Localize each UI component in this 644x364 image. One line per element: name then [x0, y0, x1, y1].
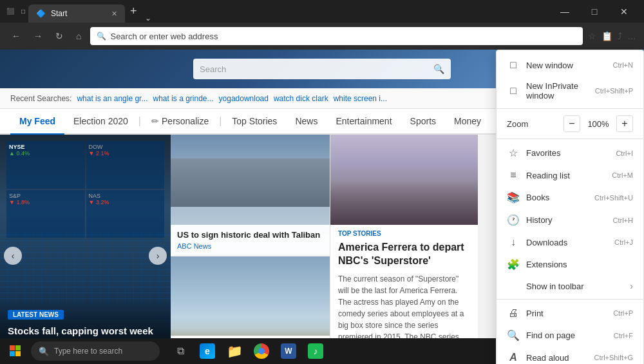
new-inprivate-item[interactable]: □ New InPrivate window Ctrl+Shift+P	[497, 76, 643, 106]
recent-search-4[interactable]: watch dick clark	[274, 94, 328, 103]
ticker-item-3: S&P ▼ 1.8%	[6, 190, 85, 238]
carousel-next-button[interactable]: ›	[149, 247, 167, 265]
downloads-item[interactable]: ↓ Downloads Ctrl+J	[497, 231, 643, 253]
nav-sports[interactable]: Sports	[401, 109, 445, 135]
new-tab-button[interactable]: +	[125, 0, 142, 23]
menu-divider-1	[497, 108, 643, 109]
latest-news-badge: LATEST NEWS	[8, 310, 64, 320]
taskbar-task-view[interactable]: ⧉	[167, 338, 193, 364]
books-icon: 📚	[507, 191, 520, 204]
nav-entertainment[interactable]: Entertainment	[327, 109, 401, 135]
taskbar-spotify[interactable]: ♪	[303, 338, 328, 364]
svg-rect-2	[10, 351, 15, 356]
right-article-title[interactable]: America Ferrera to depart NBC's 'Superst…	[330, 238, 478, 273]
home-button[interactable]: ⌂	[72, 28, 85, 44]
find-on-page-item[interactable]: 🔍 Find on page Ctrl+F	[497, 324, 643, 347]
carousel-title: Stocks fall, capping worst week since fi…	[8, 325, 163, 338]
browser-menu: □ New window Ctrl+N □ New InPrivate wind…	[496, 50, 644, 364]
personalize-icon: ✏	[151, 116, 159, 126]
extensions-item[interactable]: 🧩 Extensions	[497, 253, 643, 276]
nav-divider-1: |	[138, 115, 141, 127]
address-bar: ← → ↻ ⌂ 🔍 Search or enter web address ☆ …	[0, 23, 644, 50]
tab-dropdown-button[interactable]: ⌄	[142, 14, 154, 23]
tab-close-button[interactable]: ✕	[111, 10, 117, 18]
nav-election-2020[interactable]: Election 2020	[64, 109, 137, 135]
middle-top-source-name: ABC News	[177, 242, 211, 250]
back-button[interactable]: ←	[8, 28, 24, 44]
carousel-panel[interactable]: NYSE ▲ 0.4% DOW ▼ 2.1% S&P ▼ 1.8% NAS	[0, 135, 171, 338]
zoom-control: Zoom − 100% +	[497, 111, 643, 136]
ticker-item-4: NAS ▼ 3.2%	[86, 190, 165, 238]
middle-bottom-article[interactable]: Melting ice reveals new uncharted island…	[171, 256, 330, 338]
taskbar-search-box[interactable]: 🔍 Type here to search	[31, 341, 160, 361]
downloads-shortcut: Ctrl+J	[614, 238, 633, 246]
print-shortcut: Ctrl+P	[613, 309, 633, 317]
print-item[interactable]: 🖨 Print Ctrl+P	[497, 302, 643, 324]
favorites-icon[interactable]: ☆	[588, 31, 596, 41]
feed-search-bar[interactable]: Search 🔍	[193, 59, 451, 79]
window-controls: — □ ✕	[550, 0, 639, 23]
right-article-body: The current season of "Superstore" will …	[330, 273, 478, 338]
news-label: News	[295, 116, 317, 126]
history-label: History	[526, 215, 607, 225]
nav-personalize[interactable]: ✏ Personalize	[142, 109, 218, 135]
favorites-item[interactable]: ☆ Favorites Ctrl+I	[497, 142, 643, 164]
close-button[interactable]: ✕	[609, 0, 639, 23]
tab-bar: 🔷 Start ✕ + ⌄	[28, 0, 550, 23]
read-aloud-item[interactable]: A Read aloud Ctrl+Shift+G	[497, 347, 643, 364]
recent-search-2[interactable]: what is a grinde...	[153, 94, 213, 103]
menu-divider-3	[497, 299, 643, 300]
middle-panel: US to sign historic deal with Taliban AB…	[171, 135, 330, 338]
show-in-toolbar-item[interactable]: Show in toolbar ›	[497, 276, 643, 296]
taskbar-file-explorer[interactable]: 📁	[222, 338, 247, 364]
read-aloud-icon: A	[507, 352, 520, 363]
zoom-minus-button[interactable]: −	[564, 115, 580, 132]
forward-button[interactable]: →	[30, 28, 46, 44]
my-feed-label: My Feed	[19, 116, 55, 126]
carousel-prev-button[interactable]: ‹	[4, 247, 22, 265]
refresh-button[interactable]: ↻	[52, 28, 67, 44]
edge-app-icon: e	[200, 343, 215, 359]
read-aloud-label: Read aloud	[526, 353, 587, 363]
middle-top-overlay: US to sign historic deal with Taliban AB…	[171, 225, 330, 255]
middle-top-article[interactable]: US to sign historic deal with Taliban AB…	[171, 135, 330, 255]
tab-icon-2: □	[18, 6, 28, 17]
maximize-button[interactable]: □	[580, 0, 609, 23]
history-icon: 🕐	[507, 214, 520, 226]
new-window-item[interactable]: □ New window Ctrl+N	[497, 54, 643, 76]
taskbar-edge[interactable]: e	[194, 338, 220, 364]
zoom-plus-button[interactable]: +	[616, 115, 633, 132]
read-aloud-shortcut: Ctrl+Shift+G	[594, 354, 633, 361]
print-icon: 🖨	[507, 307, 520, 319]
new-window-shortcut: Ctrl+N	[613, 61, 633, 69]
nav-money[interactable]: Money	[445, 109, 490, 135]
start-button[interactable]	[3, 338, 28, 364]
search-icon: 🔍	[97, 32, 106, 41]
reading-list-icon: ≡	[507, 169, 520, 181]
nav-news[interactable]: News	[286, 109, 327, 135]
word-app-icon: W	[281, 343, 296, 359]
reading-list-icon[interactable]: 📋	[601, 31, 612, 41]
share-icon[interactable]: ⤴	[618, 31, 622, 41]
title-bar: ⬛ □ 🔷 Start ✕ + ⌄ — □ ✕	[0, 0, 644, 23]
recent-search-1[interactable]: what is an angle gr...	[77, 94, 147, 103]
recent-search-3[interactable]: yogadownload	[219, 94, 269, 103]
reading-list-item[interactable]: ≡ Reading list Ctrl+M	[497, 164, 643, 186]
nav-my-feed[interactable]: My Feed	[10, 109, 64, 135]
tab-title: Start	[51, 9, 67, 18]
more-icon[interactable]: …	[627, 31, 636, 41]
books-item[interactable]: 📚 Books Ctrl+Shift+U	[497, 186, 643, 209]
minimize-button[interactable]: —	[550, 0, 580, 23]
taskbar-word[interactable]: W	[276, 338, 301, 364]
active-tab[interactable]: 🔷 Start ✕	[28, 5, 125, 23]
history-item[interactable]: 🕐 History Ctrl+H	[497, 209, 643, 231]
address-bar-input[interactable]: 🔍 Search or enter web address	[90, 27, 583, 45]
taskbar-chrome[interactable]	[249, 338, 274, 364]
task-view-icon: ⧉	[177, 345, 184, 357]
menu-divider-2	[497, 139, 643, 139]
recent-search-5[interactable]: white screen i...	[334, 94, 387, 103]
chrome-app-icon	[254, 343, 269, 359]
show-in-toolbar-label: Show in toolbar	[507, 282, 623, 291]
extensions-label: Extensions	[526, 260, 633, 269]
nav-top-stories[interactable]: Top Stories	[223, 109, 286, 135]
